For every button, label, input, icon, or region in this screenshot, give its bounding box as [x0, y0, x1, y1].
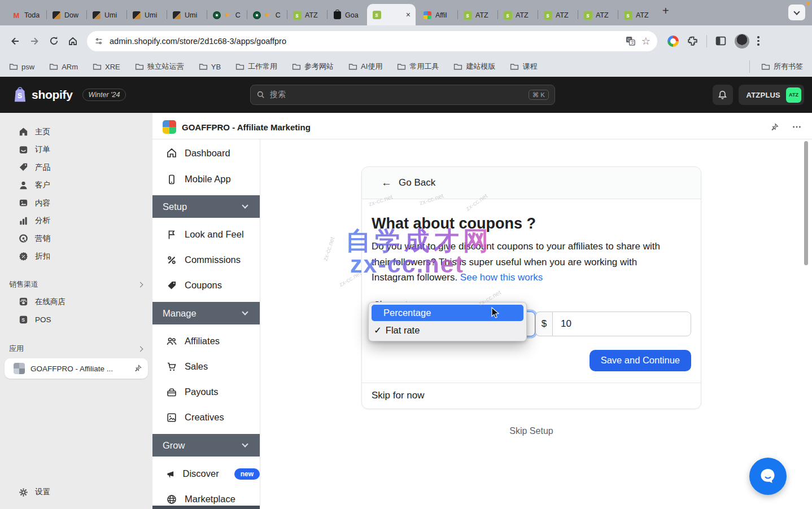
nav-item-dashboard[interactable]: Dashboard [152, 139, 260, 166]
sidebar-item-marketing[interactable]: 营销 [0, 230, 152, 248]
sales-channels-section[interactable]: 销售渠道 [0, 276, 152, 293]
all-bookmarks-button[interactable]: 所有书签 [749, 60, 803, 73]
shopify-icon: s [584, 11, 592, 20]
bookmark-folder[interactable]: 建站模版 [453, 62, 495, 72]
bookmark-label: 参考网站 [304, 62, 334, 72]
tab-dark-3[interactable]: Umi [127, 5, 167, 25]
shopify-logo[interactable]: S shopify Winter '24 [12, 86, 126, 103]
bookmark-folder[interactable]: psw [9, 63, 34, 71]
color-circle-extension-icon[interactable] [667, 36, 679, 47]
nav-item-creatives[interactable]: Creatives [152, 405, 260, 430]
tab-shopify-3[interactable]: s ATZ [498, 5, 538, 25]
address-bar[interactable]: admin.shopify.com/store/2d1c68-3/apps/go… [87, 31, 657, 51]
back-button[interactable] [6, 32, 25, 51]
url-text[interactable]: admin.shopify.com/store/2d1c68-3/apps/go… [110, 37, 619, 46]
bookmark-folder[interactable]: 独立站运营 [135, 62, 184, 72]
tab-shopify-2[interactable]: s ATZ [458, 5, 497, 25]
notifications-button[interactable] [713, 85, 733, 105]
page-scrollbar[interactable] [804, 141, 808, 265]
release-badge: Winter '24 [82, 89, 126, 101]
sidebar-item-analytics[interactable]: 分析 [0, 212, 152, 230]
nav-item-coupons[interactable]: Coupons [152, 273, 260, 298]
sidebar-item-pos[interactable]: S POS [0, 311, 152, 329]
save-and-continue-button[interactable]: Save and Continue [590, 350, 691, 371]
new-tab-button[interactable]: + [662, 5, 669, 17]
tab-dark-2[interactable]: Umi [87, 5, 126, 25]
reload-button[interactable] [44, 32, 63, 51]
sidebar-item-settings[interactable]: 设置 [0, 484, 152, 502]
go-back-bar[interactable]: ← Go Back [362, 167, 701, 199]
bookmark-star-icon[interactable]: ☆ [641, 35, 651, 47]
dropdown-option-flat-rate[interactable]: ✓Flat rate [369, 322, 526, 339]
nav-section-grow[interactable]: Grow [152, 434, 260, 457]
forward-button[interactable] [25, 32, 44, 51]
tab-shopify-1[interactable]: s ATZ [287, 5, 327, 25]
tab-dark-4[interactable]: Umi [167, 5, 207, 25]
sidebar-item-orders[interactable]: 订单 [0, 141, 152, 159]
skip-label: Skip for now [372, 390, 425, 401]
bookmark-folder[interactable]: 常用工具 [397, 62, 439, 72]
chrome-menu-icon[interactable] [757, 36, 759, 46]
nav-item-mobile-app[interactable]: Mobile App [152, 166, 260, 192]
image-icon [18, 198, 29, 208]
bookmark-folder[interactable]: 工作常用 [235, 62, 277, 72]
bookmark-folder[interactable]: YB [199, 63, 221, 71]
tab-affiliate[interactable]: Affil [418, 5, 457, 25]
translate-icon[interactable]: G文 [625, 36, 636, 46]
home-button[interactable] [63, 32, 82, 51]
amount-input[interactable] [552, 311, 691, 336]
sidebar-label: POS [35, 315, 51, 324]
go-back-label: Go Back [399, 177, 435, 188]
tab-shopify-5[interactable]: s ATZ [578, 5, 618, 25]
bookmark-folder[interactable]: 参考网站 [292, 62, 334, 72]
more-options-icon[interactable] [792, 122, 802, 132]
skip-for-now-button[interactable]: Skip for now [362, 383, 701, 409]
sidebar-item-discounts[interactable]: 折扣 [0, 248, 152, 266]
pin-icon[interactable] [133, 364, 142, 373]
sidebar-item-online-store[interactable]: 在线商店 [0, 293, 152, 311]
tab-search-chevron-button[interactable] [788, 5, 805, 20]
tab-shopify-6[interactable]: s ATZ [618, 5, 658, 25]
sidebar-item-products[interactable]: 产品 [0, 159, 152, 177]
see-how-link[interactable]: See how this works [460, 272, 543, 283]
discount-badge-icon [18, 251, 29, 262]
account-menu-button[interactable]: ATZPLUS ATZ [739, 85, 804, 105]
chevron-right-icon [138, 346, 143, 352]
admin-search-input[interactable]: 搜索 ⌘ K [250, 85, 555, 105]
nav-item-discover[interactable]: Discover new [152, 461, 260, 486]
extensions-puzzle-icon[interactable] [687, 35, 699, 47]
skip-setup-button[interactable]: Skip Setup [361, 426, 701, 436]
side-panel-icon[interactable] [715, 35, 727, 47]
chat-widget-button[interactable] [749, 458, 787, 495]
nav-item-commissions[interactable]: Commissions [152, 247, 260, 273]
nav-section-manage[interactable]: Manage [152, 302, 260, 324]
tab-green-1[interactable]: ☛ C [207, 5, 247, 25]
tab-green-2[interactable]: ☛ C [247, 5, 287, 25]
profile-avatar[interactable] [735, 34, 749, 49]
apps-section[interactable]: 应用 [0, 340, 152, 357]
sidebar-item-goaffpro-app[interactable]: GOAFFPRO - Affiliate ... [5, 358, 148, 379]
section-title: 销售渠道 [9, 279, 38, 289]
tab-goaffpro-site[interactable]: Goa [328, 5, 367, 25]
bookmark-folder[interactable]: 课程 [510, 62, 537, 72]
bookmark-label: XRE [105, 63, 120, 71]
pin-icon[interactable] [770, 122, 779, 132]
sidebar-item-home[interactable]: 主页 [0, 123, 152, 141]
tab-active-goaffpro[interactable]: s × [367, 4, 416, 25]
sidebar-item-customers[interactable]: 客户 [0, 177, 152, 195]
close-tab-icon[interactable]: × [406, 10, 411, 19]
nav-item-sales[interactable]: Sales [152, 354, 260, 379]
nav-item-look-and-feel[interactable]: Look and Feel [152, 222, 260, 247]
pointer-icon: ☛ [225, 11, 231, 19]
nav-item-payouts[interactable]: Payouts [152, 379, 260, 405]
nav-section-setup[interactable]: Setup [152, 195, 260, 218]
bookmark-folder[interactable]: XRE [93, 63, 120, 71]
sidebar-item-content[interactable]: 内容 [0, 194, 152, 212]
svg-text:文: 文 [631, 40, 635, 45]
nav-item-affiliates[interactable]: Affiliates [152, 328, 260, 354]
bookmark-folder[interactable]: ARm [49, 63, 78, 71]
tab-gmail[interactable]: M Toda [7, 5, 46, 25]
bookmark-folder[interactable]: AI使用 [348, 62, 382, 72]
tab-shopify-4[interactable]: s ATZ [538, 5, 578, 25]
tab-dark-1[interactable]: Dow [47, 5, 86, 25]
